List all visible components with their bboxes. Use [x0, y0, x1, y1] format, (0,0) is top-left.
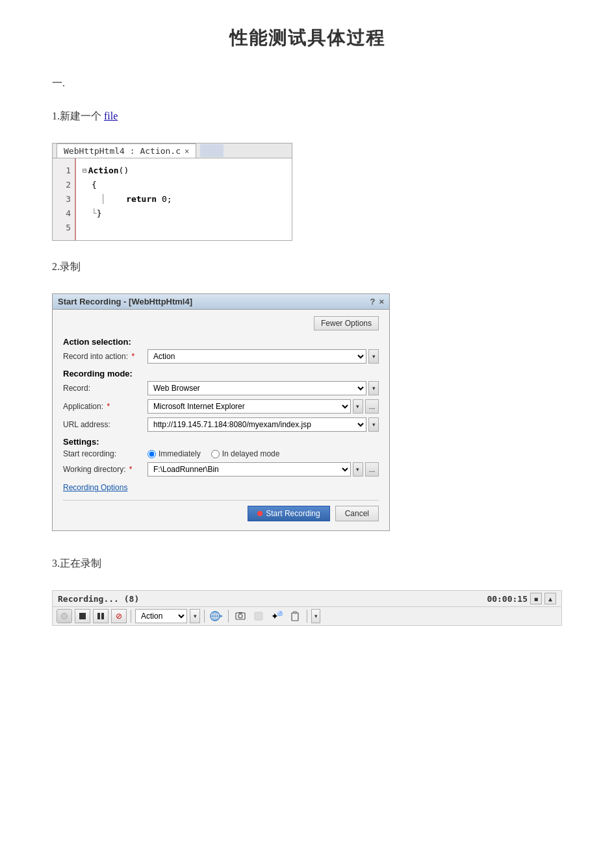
svg-rect-12 [292, 613, 298, 621]
code-content: ⊟Action() { │ return 0; └} [76, 158, 179, 240]
wd-browse-button[interactable]: ... [365, 462, 379, 477]
url-select-arrow[interactable]: ▾ [368, 417, 379, 432]
stop-button[interactable] [75, 609, 90, 623]
code-line-3: │ return 0; [83, 192, 172, 206]
code-tab[interactable]: WebHttpHtml4 : Action.c × [57, 143, 196, 158]
clipboard-button[interactable] [287, 609, 303, 623]
record-select-wrap: Web Browser ▾ [147, 381, 379, 395]
new-step-button[interactable] [209, 609, 224, 623]
file-link[interactable]: file [104, 110, 118, 121]
radio-immediately-label[interactable]: Immediately [147, 449, 201, 458]
toolbar-separator-3 [228, 610, 229, 623]
dialog-top-btn-area: Fewer Options [63, 316, 379, 330]
close-icon[interactable]: × [185, 147, 189, 156]
code-line-5 [83, 221, 172, 235]
working-directory-row: Working directory: * F:\LoadRunner\Bin ▾… [63, 462, 379, 477]
select-arrow-icon[interactable]: ▾ [368, 349, 379, 364]
record-into-action-select[interactable]: Action [147, 349, 366, 364]
pause-button[interactable] [93, 609, 109, 623]
recording-options-link[interactable]: Recording Options [63, 483, 127, 492]
circle-icon [61, 613, 68, 619]
recording-toolbar-section: Recording... (8) 00:00:15 ◼ ▲ [52, 590, 562, 626]
no-record-icon: ⊘ [116, 612, 122, 621]
url-select-wrap: http://119.145.71.184:8080/myexam/index.… [147, 417, 379, 432]
sparkle-icon: ✦ ↻ [271, 611, 283, 621]
snapshot-button[interactable] [233, 609, 248, 623]
dialog-titlebar-controls: ? × [370, 297, 384, 306]
recording-timer: 00:00:15 [487, 594, 528, 604]
insert-icon [253, 611, 264, 621]
record-indicator-btn[interactable] [57, 609, 72, 623]
record-row: Record: Web Browser ▾ [63, 381, 379, 395]
recording-status-bar: Recording... (8) 00:00:15 ◼ ▲ [52, 590, 562, 606]
close-dialog-icon[interactable]: × [379, 297, 384, 306]
radio-delayed-label[interactable]: In delayed mode [211, 449, 280, 458]
radio-delayed[interactable] [211, 450, 220, 458]
svg-rect-7 [238, 612, 242, 614]
start-recording-label: Start recording: [63, 449, 147, 458]
application-select-wrap: Microsoft Internet Explorer ▾ ... [147, 399, 379, 414]
settings-header: Settings: [63, 437, 379, 447]
record-dot-icon [257, 511, 262, 516]
url-row: URL address: http://119.145.71.184:8080/… [63, 417, 379, 432]
url-label: URL address: [63, 420, 147, 429]
dialog-footer: Start Recording Cancel [63, 500, 379, 521]
url-select[interactable]: http://119.145.71.184:8080/myexam/index.… [147, 417, 366, 432]
wd-select-arrow[interactable]: ▾ [353, 462, 363, 477]
step3-label: 3.正在录制 [52, 557, 562, 571]
toolbar-separator-2 [204, 610, 205, 623]
record-into-action-select-wrap: Action ▾ [147, 349, 379, 364]
record-select[interactable]: Web Browser [147, 381, 366, 395]
code-line-4: └} [83, 206, 172, 221]
application-row: Application: * Microsoft Internet Explor… [63, 399, 379, 414]
action-dropdown-arrow[interactable]: ▾ [190, 609, 200, 623]
svg-text:↻: ↻ [277, 611, 283, 617]
action-dropdown[interactable]: Action [135, 609, 187, 623]
camera-icon [235, 611, 246, 621]
cancel-button[interactable]: Cancel [335, 506, 379, 521]
recording-mode-header: Recording mode: [63, 369, 379, 378]
line-numbers: 1 2 3 4 5 [53, 158, 76, 240]
timer-btn-2[interactable]: ▲ [544, 593, 556, 604]
web-icon [210, 611, 223, 621]
working-directory-label: Working directory: * [63, 465, 147, 474]
record-into-action-row: Record into action: * Action ▾ [63, 349, 379, 364]
pause-icon [97, 613, 104, 619]
action-selection-header: Action selection: [63, 337, 379, 347]
record-into-action-label: Record into action: * [63, 352, 147, 361]
code-body: 1 2 3 4 5 ⊟Action() { │ return 0; └} [53, 158, 292, 240]
toolbar-more-button[interactable]: ▾ [311, 609, 320, 623]
record-select-arrow[interactable]: ▾ [368, 381, 379, 395]
insert-button[interactable] [251, 609, 266, 623]
application-select[interactable]: Microsoft Internet Explorer [147, 399, 351, 414]
dialog-body: Fewer Options Action selection: Record i… [53, 310, 389, 530]
radio-immediately[interactable] [147, 450, 156, 458]
recording-toolbar: ⊘ Action ▾ [52, 606, 562, 626]
fewer-options-button[interactable]: Fewer Options [314, 316, 379, 330]
step1-label: 1.新建一个 file [52, 110, 562, 123]
start-recording-button[interactable]: Start Recording [248, 506, 329, 521]
tab-extra-area [200, 144, 224, 157]
app-browse-button[interactable]: ... [365, 399, 379, 414]
toolbar-separator-1 [131, 610, 131, 623]
dialog-title: Start Recording - [WebHttpHtml4] [58, 297, 192, 306]
app-select-arrow[interactable]: ▾ [353, 399, 363, 414]
timer-btn-1[interactable]: ◼ [530, 593, 542, 604]
think-time-button[interactable]: ✦ ↻ [269, 609, 285, 623]
section-divider: 一. [52, 77, 562, 90]
help-icon[interactable]: ? [370, 297, 375, 306]
stop-icon [79, 613, 86, 619]
recording-status-text: Recording... (8) [58, 594, 139, 604]
code-line-1: ⊟Action() [83, 164, 172, 178]
start-recording-row: Start recording: Immediately In delayed … [63, 449, 379, 458]
application-label: Application: * [63, 402, 147, 411]
clipboard-icon [290, 611, 300, 621]
no-record-button[interactable]: ⊘ [111, 609, 127, 623]
svg-point-6 [238, 614, 242, 618]
dialog-titlebar: Start Recording - [WebHttpHtml4] ? × [53, 294, 389, 310]
required-star: * [131, 352, 134, 361]
record-label: Record: [63, 384, 147, 393]
recording-timer-area: 00:00:15 ◼ ▲ [487, 593, 556, 604]
working-directory-select[interactable]: F:\LoadRunner\Bin [147, 462, 351, 477]
svg-rect-13 [293, 612, 297, 614]
